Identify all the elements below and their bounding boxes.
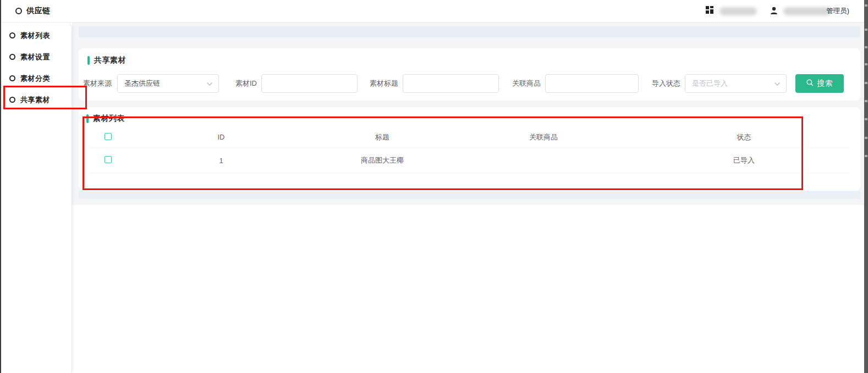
redacted-username bbox=[783, 7, 831, 15]
source-select[interactable]: 圣杰供应链 bbox=[117, 74, 219, 93]
search-icon bbox=[806, 79, 814, 88]
accent-bar bbox=[86, 114, 89, 123]
cell-id: 1 bbox=[137, 157, 305, 165]
material-title-input[interactable] bbox=[403, 74, 499, 93]
column-header-id: ID bbox=[137, 133, 305, 141]
row-divider bbox=[90, 173, 849, 174]
grid-apps-icon[interactable] bbox=[706, 6, 714, 16]
material-list-card: 素材列表 ID 标题 关联商品 状态 1 商品图大王椰 已导入 bbox=[79, 107, 860, 191]
related-product-label: 关联商品 bbox=[512, 79, 541, 88]
circle-bullet-icon bbox=[9, 54, 15, 60]
ring-icon bbox=[15, 8, 22, 14]
select-all-checkbox[interactable] bbox=[105, 133, 112, 140]
material-title-label: 素材标题 bbox=[370, 79, 398, 88]
cell-status: 已导入 bbox=[628, 155, 860, 165]
app-title: 供应链 bbox=[26, 6, 51, 16]
user-icon[interactable] bbox=[770, 7, 778, 16]
column-header-related-product: 关联商品 bbox=[459, 132, 628, 142]
shared-material-filter-card: 共享素材 素材来源 圣杰供应链 素材ID 素材标题 关联商品 导入状态 是否已导… bbox=[79, 48, 860, 101]
breadcrumb-strip bbox=[79, 26, 860, 37]
filter-section-title: 共享素材 bbox=[94, 55, 126, 65]
pagination-strip bbox=[79, 191, 860, 199]
sidebar-item-material-category[interactable]: 素材分类 bbox=[0, 68, 72, 89]
top-bar: 供应链 管理员) bbox=[0, 0, 868, 23]
related-product-input[interactable] bbox=[545, 74, 639, 93]
sidebar-item-label: 素材分类 bbox=[20, 74, 50, 83]
column-header-title: 标题 bbox=[305, 132, 459, 142]
sidebar-item-label: 共享素材 bbox=[20, 95, 50, 105]
circle-bullet-icon bbox=[9, 97, 15, 103]
sidebar: 素材列表 素材设置 素材分类 共享素材 bbox=[0, 23, 72, 373]
sidebar-item-shared-material[interactable]: 共享素材 bbox=[0, 89, 72, 110]
user-role-text: 管理员) bbox=[826, 7, 849, 16]
sidebar-item-material-settings[interactable]: 素材设置 bbox=[0, 46, 72, 68]
source-select-value: 圣杰供应链 bbox=[124, 79, 160, 88]
material-id-input[interactable] bbox=[261, 74, 358, 93]
import-status-placeholder: 是否已导入 bbox=[692, 79, 728, 88]
sidebar-item-label: 素材列表 bbox=[20, 31, 50, 41]
table-row[interactable]: 1 商品图大王椰 已导入 bbox=[79, 148, 860, 173]
chevron-down-icon bbox=[206, 79, 213, 88]
column-header-status: 状态 bbox=[628, 132, 860, 142]
circle-bullet-icon bbox=[9, 32, 15, 38]
source-label: 素材来源 bbox=[83, 79, 112, 88]
search-button-label: 搜索 bbox=[817, 79, 833, 88]
row-checkbox[interactable] bbox=[105, 156, 112, 163]
cell-title: 商品图大王椰 bbox=[305, 155, 459, 165]
table-header-row: ID 标题 关联商品 状态 bbox=[79, 127, 860, 147]
window-left-border bbox=[0, 0, 1, 373]
scrollbar[interactable] bbox=[864, 0, 868, 373]
accent-bar bbox=[87, 56, 90, 65]
sidebar-item-label: 素材设置 bbox=[20, 52, 50, 62]
redacted-workspace-name bbox=[719, 7, 757, 15]
import-status-label: 导入状态 bbox=[652, 79, 680, 88]
sidebar-item-material-list[interactable]: 素材列表 bbox=[0, 25, 72, 46]
chevron-down-icon bbox=[774, 79, 781, 88]
search-button[interactable]: 搜索 bbox=[795, 74, 844, 93]
app-brand: 供应链 bbox=[15, 6, 51, 16]
table-section-title: 素材列表 bbox=[93, 114, 125, 124]
circle-bullet-icon bbox=[9, 75, 15, 81]
import-status-select[interactable]: 是否已导入 bbox=[685, 74, 787, 93]
material-id-label: 素材ID bbox=[235, 79, 257, 88]
